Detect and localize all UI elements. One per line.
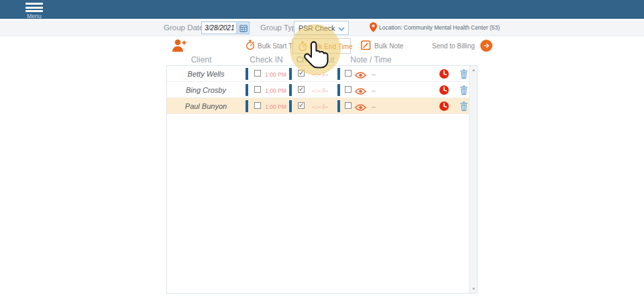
delete-icon[interactable] <box>460 85 468 98</box>
check-in-time[interactable]: 1:00 PM <box>262 71 289 78</box>
check-out-checkbox[interactable] <box>298 70 305 77</box>
top-header-bar: Menu <box>0 0 644 19</box>
view-note-icon[interactable] <box>355 102 366 114</box>
check-out-time[interactable]: --:-- /-- <box>305 103 335 110</box>
column-divider <box>289 84 292 96</box>
stopwatch-icon <box>298 41 307 52</box>
column-divider <box>246 84 248 96</box>
note-value: -- <box>372 71 376 78</box>
check-in-checkbox[interactable] <box>254 102 261 109</box>
check-in-checkbox[interactable] <box>254 86 261 93</box>
note-checkbox[interactable] <box>345 102 352 109</box>
check-out-checkbox[interactable] <box>298 102 305 109</box>
clients-table: Betty Wells 1:00 PM --:-- /-- -- <box>166 65 478 294</box>
view-note-icon[interactable] <box>355 70 366 82</box>
check-in-time[interactable]: 1:00 PM <box>262 103 289 110</box>
column-divider <box>246 100 248 112</box>
filters-toolbar: Group Date: Group Type: PSR Check Loc <box>0 20 644 36</box>
column-divider <box>337 68 340 80</box>
group-date-input[interactable] <box>201 22 237 34</box>
check-out-checkbox[interactable] <box>298 86 305 93</box>
calendar-icon[interactable] <box>237 22 250 34</box>
bulk-note-label: Bulk Note <box>374 42 403 50</box>
time-alert-icon[interactable] <box>439 69 449 81</box>
delete-icon[interactable] <box>460 101 468 114</box>
send-to-billing-label: Send to Billing <box>432 42 475 50</box>
column-header-client: Client <box>171 55 231 65</box>
column-divider <box>337 100 340 112</box>
chevron-down-icon <box>338 27 345 31</box>
note-value: -- <box>372 103 376 110</box>
table-row[interactable]: Paul Bunyon 1:00 PM --:-- /-- -- <box>167 98 470 114</box>
scroll-up-icon[interactable]: ▴ <box>470 67 478 73</box>
time-alert-icon[interactable] <box>439 101 449 114</box>
check-in-time[interactable]: 1:00 PM <box>262 87 289 94</box>
arrow-right-icon <box>480 40 492 52</box>
column-divider <box>246 68 248 80</box>
column-divider <box>289 100 292 112</box>
column-divider <box>289 68 292 80</box>
column-header-check-out: Check Out <box>285 55 345 65</box>
scroll-down-icon[interactable]: ▾ <box>470 286 478 292</box>
check-in-checkbox[interactable] <box>254 70 261 77</box>
column-divider <box>337 84 340 96</box>
column-header-note-time: Note / Time <box>341 55 401 65</box>
note-checkbox[interactable] <box>345 70 352 77</box>
bulk-end-time-label: Bulk End Time <box>309 43 352 50</box>
add-client-icon[interactable] <box>171 38 188 56</box>
check-out-time[interactable]: --:-- /-- <box>305 71 335 78</box>
group-date-label: Group Date: <box>164 24 206 32</box>
bulk-end-time-button[interactable]: Bulk End Time <box>292 38 351 54</box>
check-out-time[interactable]: --:-- /-- <box>305 87 335 94</box>
calendar-icon-glyph <box>239 24 248 32</box>
table-row[interactable]: Betty Wells 1:00 PM --:-- /-- -- <box>167 66 470 82</box>
app-root: Menu Group Date: Group Type: PSR Check <box>0 0 644 297</box>
client-name: Betty Wells <box>172 70 239 78</box>
stopwatch-icon <box>246 40 255 50</box>
client-name: Paul Bunyon <box>172 102 239 110</box>
table-rows: Betty Wells 1:00 PM --:-- /-- -- <box>167 66 470 114</box>
location-text: Location: Community Mental Health Center… <box>379 24 500 31</box>
group-type-select[interactable]: PSR Check <box>294 21 349 35</box>
note-pencil-icon <box>361 40 371 50</box>
delete-icon[interactable] <box>460 69 468 82</box>
vertical-scrollbar[interactable]: ▴ ▾ <box>469 66 477 293</box>
bulk-actions-toolbar: Bulk Start Time Bulk End Time Bulk Note … <box>0 37 644 54</box>
location-pin-icon <box>370 22 377 35</box>
time-alert-icon[interactable] <box>439 85 449 97</box>
note-value: -- <box>372 87 376 94</box>
hamburger-menu-icon[interactable] <box>25 3 43 12</box>
group-type-value: PSR Check <box>299 24 335 32</box>
note-checkbox[interactable] <box>345 86 352 93</box>
client-name: Bing Crosby <box>172 86 239 94</box>
menu-label[interactable]: Menu <box>20 13 48 19</box>
table-row[interactable]: Bing Crosby 1:00 PM --:-- /-- -- <box>167 82 470 98</box>
view-note-icon[interactable] <box>355 86 366 98</box>
